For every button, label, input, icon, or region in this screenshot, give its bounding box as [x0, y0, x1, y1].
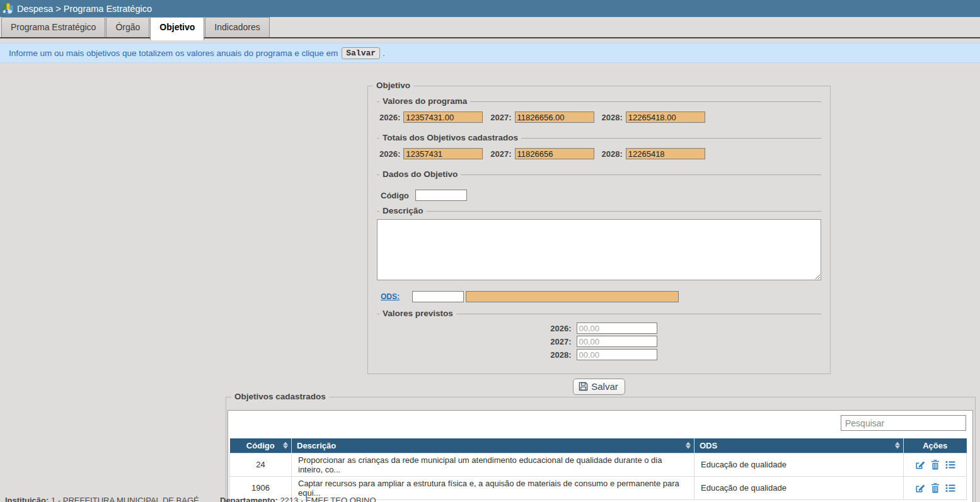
column-header-ods[interactable]: ODS — [695, 438, 904, 453]
totais-fieldset: Totais dos Objetivos cadastrados 2026: 2… — [377, 138, 821, 159]
sort-icon[interactable] — [283, 442, 288, 449]
objetivos-table-panel: Código Descrição ODS Ações — [228, 410, 973, 502]
ods-code-input[interactable] — [412, 291, 464, 302]
edit-icon[interactable] — [915, 483, 925, 493]
prev-2028-label: 2028: — [544, 350, 572, 360]
footer-status: Instituição: 1 - PREFEITURA MUNICIPAL DE… — [5, 496, 376, 502]
footer-instituicao-label: Instituição: — [5, 496, 49, 502]
edit-icon[interactable] — [915, 460, 925, 470]
tab-programa-estrategico[interactable]: Programa Estratégico — [1, 17, 105, 37]
info-bar: Informe um ou mais objetivos que totaliz… — [0, 43, 980, 63]
objetivos-cadastrados-legend: Objetivos cadastrados — [231, 392, 329, 401]
tot-2027-input[interactable] — [515, 148, 594, 159]
list-icon[interactable] — [945, 483, 955, 493]
codigo-input[interactable] — [415, 190, 467, 201]
info-salvar-kbd[interactable]: Salvar — [342, 47, 380, 59]
vp-2028-label: 2028: — [602, 113, 623, 122]
tot-2026-label: 2026: — [379, 149, 400, 159]
cell-ods: Educação de qualidade — [695, 476, 904, 499]
footer-departamento-label: Departamento: — [220, 496, 278, 502]
tab-indicadores[interactable]: Indicadores — [205, 17, 269, 37]
valores-previstos-fieldset: Valores previstos 2026: 2027: 2028: — [377, 314, 821, 366]
footer-departamento-value: 2213 - EMEF TEO OBINO — [280, 496, 376, 502]
footer-instituicao-value: 1 - PREFEITURA MUNICIPAL DE BAGÉ — [51, 496, 199, 502]
descricao-legend: Descrição — [379, 206, 427, 215]
vp-2027-input[interactable] — [515, 111, 594, 123]
prev-2027-input[interactable] — [577, 336, 657, 347]
cell-descricao: Proporcionar as crianças da rede municip… — [292, 453, 695, 476]
valores-programa-legend: Valores do programa — [379, 96, 470, 106]
tot-2027-label: 2027: — [490, 149, 511, 159]
prev-2026-input[interactable] — [577, 322, 657, 334]
titlebar: Despesa > Programa Estratégico — [0, 0, 980, 17]
column-header-acoes: Ações — [904, 438, 967, 453]
sort-icon[interactable] — [895, 442, 900, 449]
tot-2028-label: 2028: — [602, 149, 623, 159]
prev-2028-input[interactable] — [577, 349, 657, 360]
delete-icon[interactable] — [931, 460, 940, 470]
search-input[interactable] — [841, 415, 966, 431]
tab-objetivo[interactable]: Objetivo — [150, 17, 204, 40]
descricao-fieldset: Descrição — [377, 211, 821, 283]
valores-programa-fieldset: Valores do programa 2026: 2027: 2028: — [377, 101, 821, 123]
prev-2027-label: 2027: — [544, 337, 572, 346]
info-suffix: . — [383, 48, 385, 58]
tot-2028-input[interactable] — [626, 148, 705, 159]
cell-ods: Educação de qualidade — [695, 453, 904, 476]
valores-previstos-legend: Valores previstos — [379, 309, 456, 318]
prev-2026-label: 2026: — [544, 324, 572, 333]
table-row: 24 Proporcionar as crianças da rede muni… — [230, 453, 967, 476]
save-floppy-icon — [579, 382, 588, 391]
tab-orgao[interactable]: Órgão — [106, 17, 149, 37]
vp-2027-label: 2027: — [490, 113, 511, 122]
delete-icon[interactable] — [931, 483, 940, 493]
save-button-label: Salvar — [591, 381, 618, 392]
tabbar: Programa Estratégico Órgão Objetivo Indi… — [0, 17, 980, 38]
totais-legend: Totais dos Objetivos cadastrados — [379, 133, 521, 142]
sort-icon[interactable] — [686, 442, 691, 449]
vp-2026-label: 2026: — [379, 113, 400, 122]
page-title: Despesa > Programa Estratégico — [17, 4, 152, 14]
column-header-descricao[interactable]: Descrição — [292, 438, 695, 453]
vp-2028-input[interactable] — [626, 111, 705, 123]
objetivos-cadastrados-section: Objetivos cadastrados Código Descrição — [226, 392, 976, 502]
codigo-label: Código — [381, 191, 412, 200]
objetivo-legend: Objetivo — [373, 81, 413, 90]
table-header-row: Código Descrição ODS Ações — [230, 438, 967, 453]
objetivos-table: Código Descrição ODS Ações — [229, 438, 967, 500]
ods-name-input[interactable] — [466, 291, 679, 302]
info-message: Informe um ou mais objetivos que totaliz… — [9, 48, 338, 58]
objetivo-section: Objetivo Valores do programa 2026: 2027:… — [367, 81, 831, 395]
app-logo-icon — [3, 3, 13, 14]
descricao-textarea[interactable] — [377, 219, 821, 280]
vp-2026-input[interactable] — [403, 111, 483, 123]
cell-codigo: 24 — [230, 453, 292, 476]
dados-objetivo-fieldset: Dados do Objetivo Código Descrição ODS: — [377, 174, 821, 302]
column-header-codigo[interactable]: Código — [230, 438, 292, 453]
ods-link[interactable]: ODS: — [381, 292, 412, 301]
dados-objetivo-legend: Dados do Objetivo — [379, 169, 461, 179]
list-icon[interactable] — [945, 460, 955, 470]
tot-2026-input[interactable] — [403, 148, 483, 159]
